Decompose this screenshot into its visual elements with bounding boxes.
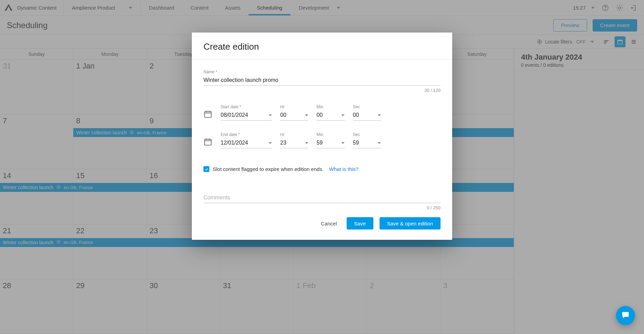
start-date-field: Start date * 08/01/2024 [221,104,272,121]
end-date-label: End date * [221,132,272,137]
svg-rect-15 [205,111,211,117]
modal-body: Name * 30 / 120 Start date * 08/01/2024 … [192,60,452,214]
start-sec-value: 00 [353,112,359,118]
start-sec-field: Sec 00 [353,104,381,121]
cancel-button[interactable]: Cancel [318,221,340,226]
chevron-down-icon [269,114,272,116]
end-sec-label: Sec [353,132,381,137]
what-is-this-link[interactable]: What is this? [329,166,359,172]
svg-rect-19 [205,139,211,145]
chevron-down-icon [269,142,272,144]
end-hr-select[interactable]: 23 [280,138,308,148]
end-datetime-row: End date * 12/01/2024 Hr 23 Min 59 [203,132,441,148]
slot-expire-checkbox[interactable] [203,166,209,172]
end-date-value: 12/01/2024 [221,140,248,146]
button-label: Cancel [321,221,337,226]
end-min-select[interactable]: 59 [317,138,345,148]
start-sec-label: Sec [353,104,381,109]
chat-fab[interactable] [616,306,635,325]
start-date-picker[interactable]: 08/01/2024 [221,110,272,121]
start-min-field: Min 00 [317,104,345,121]
slot-expire-row: Slot content flagged to expire when edit… [203,166,441,172]
slot-expire-label: Slot content flagged to expire when edit… [213,166,324,172]
start-min-label: Min [317,104,345,109]
button-label: Save [354,221,366,226]
modal-overlay: Create edition Name * 30 / 120 Start dat… [0,0,644,334]
end-sec-value: 59 [353,140,359,146]
modal-header: Create edition [192,33,452,60]
end-min-field: Min 59 [317,132,345,148]
start-min-select[interactable]: 00 [317,110,345,121]
name-label: Name * [203,70,441,74]
end-hr-field: Hr 23 [280,132,308,148]
end-date-picker[interactable]: 12/01/2024 [221,138,272,148]
chevron-down-icon [305,114,308,116]
start-sec-select[interactable]: 00 [353,110,381,121]
end-min-value: 59 [317,140,323,146]
save-button[interactable]: Save [347,217,373,230]
chevron-down-icon [341,142,345,144]
comments-input[interactable] [203,193,441,203]
calendar-icon [203,137,212,146]
comments-char-count: 0 / 250 [203,205,441,210]
start-hr-field: Hr 00 [280,104,308,121]
start-date-label: Start date * [221,104,272,109]
chevron-down-icon [305,142,308,144]
edition-name-input[interactable] [203,75,441,86]
save-open-button[interactable]: Save & open edition [380,217,441,230]
comments-field: 0 / 250 [203,193,441,210]
modal-title: Create edition [203,41,441,52]
name-char-count: 30 / 120 [203,88,441,93]
chevron-down-icon [341,114,345,116]
chat-icon [621,310,630,321]
start-hr-value: 00 [280,112,286,118]
end-sec-field: Sec 59 [353,132,381,148]
chevron-down-icon [377,114,381,116]
chevron-down-icon [377,142,381,144]
start-datetime-row: Start date * 08/01/2024 Hr 00 Min 00 [203,104,441,121]
button-label: Save & open edition [387,221,433,226]
start-hr-label: Hr [280,104,308,109]
start-hr-select[interactable]: 00 [280,110,308,121]
end-min-label: Min [317,132,345,137]
end-sec-select[interactable]: 59 [353,138,381,148]
start-min-value: 00 [317,112,323,118]
start-date-value: 08/01/2024 [221,112,248,118]
create-edition-modal: Create edition Name * 30 / 120 Start dat… [192,33,452,240]
modal-footer: Cancel Save Save & open edition [192,214,452,240]
end-hr-value: 23 [280,140,286,146]
end-hr-label: Hr [280,132,308,137]
end-date-field: End date * 12/01/2024 [221,132,272,148]
calendar-icon [203,110,212,119]
